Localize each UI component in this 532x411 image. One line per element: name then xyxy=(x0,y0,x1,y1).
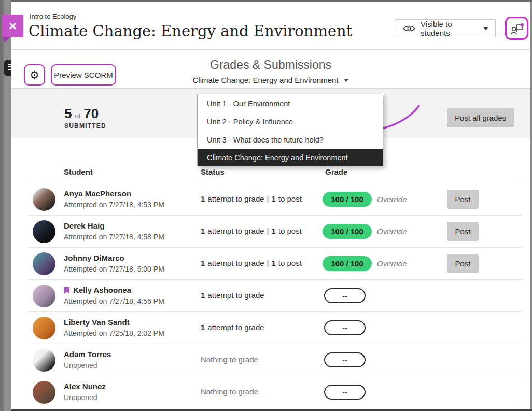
status-text: 1 attempt to grade xyxy=(201,291,264,300)
student-row[interactable]: Kelly Ashoonea Attempted on 7/27/18, 4:5… xyxy=(11,280,530,312)
item-dropdown-menu: Unit 1 - Our Environment Unit 2 - Policy… xyxy=(197,94,383,166)
student-name: Derek Haig xyxy=(64,221,104,231)
row-divider xyxy=(29,408,522,408)
student-name: Anya MacPherson xyxy=(64,189,131,199)
grade-pill[interactable]: -- xyxy=(324,288,366,303)
submitted-label: SUBMITTED xyxy=(64,122,106,130)
attempt-detail: Attempted on 7/25/18, 2:02 PM xyxy=(64,328,164,338)
dropdown-item-unit-3[interactable]: Unit 3 - What does the future hold? xyxy=(198,131,383,149)
attempt-detail: Attempted on 7/27/18, 4:53 PM xyxy=(64,200,164,210)
student-row[interactable]: Liberty Van Sandt Attempted on 7/25/18, … xyxy=(11,312,530,344)
selected-item-label: Climate Change: Energy and Environment xyxy=(193,76,339,84)
student-row[interactable]: Johnny DiMarco Attempted on 7/27/18, 5:0… xyxy=(11,248,530,280)
column-header-student: Student xyxy=(64,167,93,176)
override-label: Override xyxy=(377,195,407,204)
post-button[interactable]: Post xyxy=(447,190,479,209)
column-header-grade: Grade xyxy=(325,167,347,176)
submission-counts: 5 of 70 SUBMITTED xyxy=(64,106,106,130)
status-text: 1 attempt to grade xyxy=(201,323,264,332)
student-row[interactable]: Anya MacPherson Attempted on 7/27/18, 4:… xyxy=(11,183,530,216)
dropdown-item-unit-1[interactable]: Unit 1 - Our Environment xyxy=(198,94,383,112)
chevron-down-icon xyxy=(344,79,349,82)
status-text: Nothing to grade xyxy=(201,355,258,364)
avatar xyxy=(33,252,55,275)
attempt-detail: Unopened xyxy=(64,392,106,403)
student-rows: Anya MacPherson Attempted on 7/27/18, 4:… xyxy=(11,183,530,408)
chevron-down-icon xyxy=(483,27,488,30)
attempt-detail: Unopened xyxy=(64,360,111,371)
override-label: Override xyxy=(377,259,407,268)
status-text: 1 attempt to grade | 1 to post xyxy=(201,194,302,203)
status-text: 1 attempt to grade | 1 to post xyxy=(201,259,302,267)
visibility-label: Visible to students xyxy=(421,20,474,37)
grade-pill[interactable]: -- xyxy=(324,385,366,400)
panel-title: Grades & Submissions xyxy=(11,58,530,72)
column-header-status: Status xyxy=(201,167,225,176)
avatar xyxy=(33,285,55,307)
student-name: Kelly Ashoonea xyxy=(73,285,131,295)
table-header-row: Student Status Grade xyxy=(11,167,530,181)
page-header: Intro to Ecology Climate Change: Energy … xyxy=(11,2,530,50)
person-flag-icon xyxy=(510,21,524,36)
submitted-count: 5 xyxy=(64,106,72,122)
close-icon: × xyxy=(9,18,17,34)
avatar xyxy=(33,317,55,339)
scorm-toolbar: ⚙ Preview SCORM Grades & Submissions Cli… xyxy=(11,50,530,89)
total-count: 70 xyxy=(83,106,99,122)
grade-pill[interactable]: -- xyxy=(324,320,366,335)
bookmark-flag-icon xyxy=(64,287,70,294)
of-label: of xyxy=(75,112,80,120)
window-frame-left xyxy=(0,0,4,411)
attempt-detail: Attempted on 7/27/18, 4:58 PM xyxy=(64,232,164,242)
status-text: 1 attempt to grade | 1 to post xyxy=(201,226,302,235)
table-header-divider xyxy=(29,181,522,181)
window-frame-bottom xyxy=(11,409,532,411)
attempt-detail: Attempted on 7/27/18, 4:56 PM xyxy=(64,296,164,306)
class-register-button[interactable] xyxy=(505,17,528,40)
dropdown-item-unit-2[interactable]: Unit 2 - Policy & Influence xyxy=(198,112,383,131)
main-panel: Intro to Ecology Climate Change: Energy … xyxy=(11,2,530,409)
avatar xyxy=(33,188,55,211)
status-text: Nothing to grade xyxy=(201,387,258,396)
post-button[interactable]: Post xyxy=(447,222,479,241)
grade-pill[interactable]: -- xyxy=(324,352,366,367)
avatar xyxy=(33,381,55,404)
graded-item-selector[interactable]: Climate Change: Energy and Environment xyxy=(11,76,530,84)
avatar xyxy=(33,349,55,372)
student-name: Johnny DiMarco xyxy=(64,253,124,263)
override-label: Override xyxy=(377,227,407,236)
student-name: Liberty Van Sandt xyxy=(64,317,130,328)
avatar xyxy=(33,220,55,243)
student-name: Adam Torres xyxy=(64,349,111,360)
content-title: Climate Change: Energy and Environment xyxy=(29,22,352,40)
grade-pill[interactable]: 100 / 100 xyxy=(323,192,372,207)
student-name: Alex Nunez xyxy=(64,381,106,392)
post-button[interactable]: Post xyxy=(447,254,479,273)
grade-pill[interactable]: 100 / 100 xyxy=(323,256,372,271)
visibility-dropdown-button[interactable]: Visible to students xyxy=(396,19,496,37)
student-row[interactable]: Derek Haig Attempted on 7/27/18, 4:58 PM… xyxy=(11,216,530,248)
eye-icon xyxy=(403,24,415,33)
course-name: Intro to Ecology xyxy=(30,12,76,20)
dropdown-item-selected[interactable]: Climate Change: Energy and Environment xyxy=(198,149,383,166)
close-panel-button[interactable]: × xyxy=(2,15,23,37)
attempt-detail: Attempted on 7/27/18, 5:00 PM xyxy=(64,264,164,274)
post-all-grades-button[interactable]: Post all grades xyxy=(447,108,514,127)
grade-pill[interactable]: 100 / 100 xyxy=(323,224,372,239)
student-row[interactable]: Adam Torres Unopened Nothing to grade -- xyxy=(11,344,530,376)
student-row[interactable]: Alex Nunez Unopened Nothing to grade -- xyxy=(11,376,530,408)
